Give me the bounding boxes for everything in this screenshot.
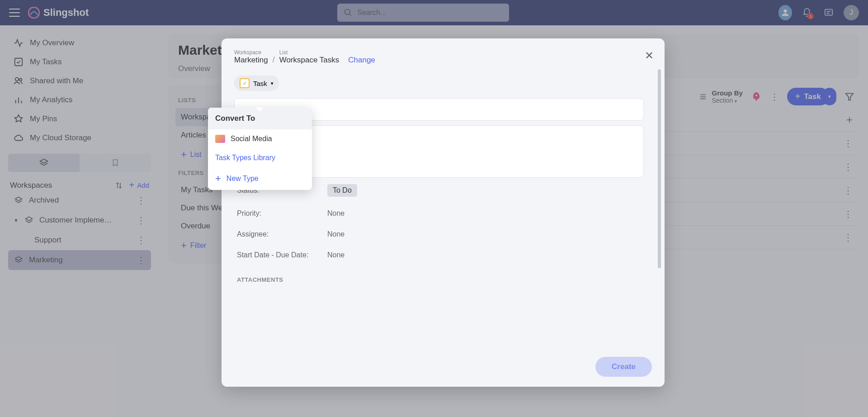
change-link[interactable]: Change bbox=[348, 56, 375, 65]
attachments-heading: ATTACHMENTS bbox=[234, 276, 644, 283]
plus-icon: + bbox=[215, 173, 221, 185]
clipboard-check-icon: ✓ bbox=[240, 78, 250, 88]
breadcrumb-workspace[interactable]: Marketing bbox=[234, 56, 268, 65]
convert-social-media[interactable]: Social Media bbox=[208, 129, 312, 148]
priority-selector[interactable]: None bbox=[327, 209, 344, 218]
date-selector[interactable]: None bbox=[327, 251, 344, 259]
convert-to-popover: Convert To Social Media Task Types Libra… bbox=[208, 108, 312, 190]
status-selector[interactable]: To Do bbox=[327, 184, 357, 197]
create-task-modal: Workspace Marketing / List Workspace Tas… bbox=[222, 38, 665, 387]
breadcrumb-list[interactable]: Workspace Tasks bbox=[279, 56, 340, 65]
close-icon[interactable]: ✕ bbox=[645, 49, 654, 62]
social-media-icon bbox=[215, 135, 225, 143]
create-button[interactable]: Create bbox=[595, 357, 652, 377]
chevron-down-icon: ▾ bbox=[271, 81, 274, 86]
new-type-button[interactable]: + New Type bbox=[208, 167, 312, 190]
task-types-library-link[interactable]: Task Types Library bbox=[208, 148, 312, 167]
assignee-selector[interactable]: None bbox=[327, 230, 344, 238]
scrollbar[interactable] bbox=[658, 69, 661, 328]
task-type-chip[interactable]: ✓ Task ▾ bbox=[234, 76, 279, 91]
modal-breadcrumb: Workspace Marketing / List Workspace Tas… bbox=[234, 49, 652, 65]
